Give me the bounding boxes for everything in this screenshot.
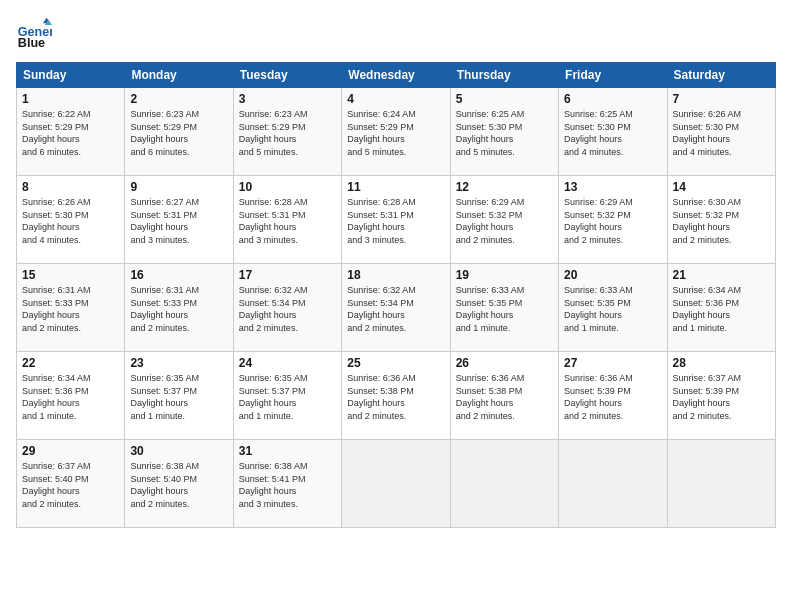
day-info: Sunrise: 6:22 AM Sunset: 5:29 PM Dayligh… <box>22 108 119 158</box>
day-number: 27 <box>564 356 661 370</box>
day-info: Sunrise: 6:28 AM Sunset: 5:31 PM Dayligh… <box>347 196 444 246</box>
day-number: 28 <box>673 356 770 370</box>
calendar-cell: 12 Sunrise: 6:29 AM Sunset: 5:32 PM Dayl… <box>450 176 558 264</box>
day-info: Sunrise: 6:24 AM Sunset: 5:29 PM Dayligh… <box>347 108 444 158</box>
day-number: 9 <box>130 180 227 194</box>
day-info: Sunrise: 6:23 AM Sunset: 5:29 PM Dayligh… <box>130 108 227 158</box>
day-number: 18 <box>347 268 444 282</box>
day-info: Sunrise: 6:35 AM Sunset: 5:37 PM Dayligh… <box>239 372 336 422</box>
day-number: 21 <box>673 268 770 282</box>
day-number: 8 <box>22 180 119 194</box>
day-info: Sunrise: 6:26 AM Sunset: 5:30 PM Dayligh… <box>22 196 119 246</box>
calendar-cell: 14 Sunrise: 6:30 AM Sunset: 5:32 PM Dayl… <box>667 176 775 264</box>
calendar-cell: 23 Sunrise: 6:35 AM Sunset: 5:37 PM Dayl… <box>125 352 233 440</box>
calendar-cell <box>667 440 775 528</box>
day-number: 25 <box>347 356 444 370</box>
day-info: Sunrise: 6:36 AM Sunset: 5:38 PM Dayligh… <box>347 372 444 422</box>
calendar-cell: 24 Sunrise: 6:35 AM Sunset: 5:37 PM Dayl… <box>233 352 341 440</box>
day-info: Sunrise: 6:34 AM Sunset: 5:36 PM Dayligh… <box>22 372 119 422</box>
calendar-table: SundayMondayTuesdayWednesdayThursdayFrid… <box>16 62 776 528</box>
day-number: 16 <box>130 268 227 282</box>
day-number: 24 <box>239 356 336 370</box>
day-info: Sunrise: 6:36 AM Sunset: 5:38 PM Dayligh… <box>456 372 553 422</box>
day-info: Sunrise: 6:25 AM Sunset: 5:30 PM Dayligh… <box>456 108 553 158</box>
day-info: Sunrise: 6:28 AM Sunset: 5:31 PM Dayligh… <box>239 196 336 246</box>
day-info: Sunrise: 6:29 AM Sunset: 5:32 PM Dayligh… <box>564 196 661 246</box>
day-number: 22 <box>22 356 119 370</box>
day-number: 12 <box>456 180 553 194</box>
calendar-cell: 22 Sunrise: 6:34 AM Sunset: 5:36 PM Dayl… <box>17 352 125 440</box>
calendar-cell: 27 Sunrise: 6:36 AM Sunset: 5:39 PM Dayl… <box>559 352 667 440</box>
svg-text:Blue: Blue <box>18 36 45 50</box>
day-number: 31 <box>239 444 336 458</box>
day-number: 13 <box>564 180 661 194</box>
day-number: 15 <box>22 268 119 282</box>
day-info: Sunrise: 6:35 AM Sunset: 5:37 PM Dayligh… <box>130 372 227 422</box>
calendar-cell: 17 Sunrise: 6:32 AM Sunset: 5:34 PM Dayl… <box>233 264 341 352</box>
logo: General Blue <box>16 16 52 52</box>
day-info: Sunrise: 6:25 AM Sunset: 5:30 PM Dayligh… <box>564 108 661 158</box>
calendar-cell: 2 Sunrise: 6:23 AM Sunset: 5:29 PM Dayli… <box>125 88 233 176</box>
calendar-cell: 15 Sunrise: 6:31 AM Sunset: 5:33 PM Dayl… <box>17 264 125 352</box>
day-info: Sunrise: 6:23 AM Sunset: 5:29 PM Dayligh… <box>239 108 336 158</box>
calendar-cell: 16 Sunrise: 6:31 AM Sunset: 5:33 PM Dayl… <box>125 264 233 352</box>
day-info: Sunrise: 6:29 AM Sunset: 5:32 PM Dayligh… <box>456 196 553 246</box>
day-info: Sunrise: 6:38 AM Sunset: 5:40 PM Dayligh… <box>130 460 227 510</box>
calendar-cell: 8 Sunrise: 6:26 AM Sunset: 5:30 PM Dayli… <box>17 176 125 264</box>
day-number: 26 <box>456 356 553 370</box>
calendar-cell: 6 Sunrise: 6:25 AM Sunset: 5:30 PM Dayli… <box>559 88 667 176</box>
calendar-cell <box>450 440 558 528</box>
calendar-cell: 10 Sunrise: 6:28 AM Sunset: 5:31 PM Dayl… <box>233 176 341 264</box>
day-info: Sunrise: 6:38 AM Sunset: 5:41 PM Dayligh… <box>239 460 336 510</box>
day-info: Sunrise: 6:32 AM Sunset: 5:34 PM Dayligh… <box>347 284 444 334</box>
day-number: 6 <box>564 92 661 106</box>
day-number: 7 <box>673 92 770 106</box>
calendar-header: General Blue <box>16 16 776 52</box>
day-number: 11 <box>347 180 444 194</box>
day-number: 20 <box>564 268 661 282</box>
day-info: Sunrise: 6:34 AM Sunset: 5:36 PM Dayligh… <box>673 284 770 334</box>
day-info: Sunrise: 6:37 AM Sunset: 5:40 PM Dayligh… <box>22 460 119 510</box>
day-number: 4 <box>347 92 444 106</box>
day-number: 5 <box>456 92 553 106</box>
calendar-cell: 31 Sunrise: 6:38 AM Sunset: 5:41 PM Dayl… <box>233 440 341 528</box>
calendar-cell: 28 Sunrise: 6:37 AM Sunset: 5:39 PM Dayl… <box>667 352 775 440</box>
calendar-cell: 18 Sunrise: 6:32 AM Sunset: 5:34 PM Dayl… <box>342 264 450 352</box>
calendar-cell: 1 Sunrise: 6:22 AM Sunset: 5:29 PM Dayli… <box>17 88 125 176</box>
day-info: Sunrise: 6:32 AM Sunset: 5:34 PM Dayligh… <box>239 284 336 334</box>
day-number: 19 <box>456 268 553 282</box>
calendar-cell: 20 Sunrise: 6:33 AM Sunset: 5:35 PM Dayl… <box>559 264 667 352</box>
day-number: 30 <box>130 444 227 458</box>
day-number: 10 <box>239 180 336 194</box>
day-info: Sunrise: 6:37 AM Sunset: 5:39 PM Dayligh… <box>673 372 770 422</box>
day-number: 1 <box>22 92 119 106</box>
calendar-cell: 9 Sunrise: 6:27 AM Sunset: 5:31 PM Dayli… <box>125 176 233 264</box>
day-info: Sunrise: 6:26 AM Sunset: 5:30 PM Dayligh… <box>673 108 770 158</box>
weekday-header-saturday: Saturday <box>667 63 775 88</box>
day-info: Sunrise: 6:30 AM Sunset: 5:32 PM Dayligh… <box>673 196 770 246</box>
day-info: Sunrise: 6:36 AM Sunset: 5:39 PM Dayligh… <box>564 372 661 422</box>
day-number: 3 <box>239 92 336 106</box>
calendar-cell: 29 Sunrise: 6:37 AM Sunset: 5:40 PM Dayl… <box>17 440 125 528</box>
day-number: 23 <box>130 356 227 370</box>
calendar-cell: 30 Sunrise: 6:38 AM Sunset: 5:40 PM Dayl… <box>125 440 233 528</box>
day-number: 14 <box>673 180 770 194</box>
calendar-cell <box>342 440 450 528</box>
calendar-cell: 4 Sunrise: 6:24 AM Sunset: 5:29 PM Dayli… <box>342 88 450 176</box>
weekday-header-monday: Monday <box>125 63 233 88</box>
day-info: Sunrise: 6:33 AM Sunset: 5:35 PM Dayligh… <box>564 284 661 334</box>
calendar-cell: 5 Sunrise: 6:25 AM Sunset: 5:30 PM Dayli… <box>450 88 558 176</box>
day-number: 17 <box>239 268 336 282</box>
calendar-cell: 11 Sunrise: 6:28 AM Sunset: 5:31 PM Dayl… <box>342 176 450 264</box>
calendar-cell: 13 Sunrise: 6:29 AM Sunset: 5:32 PM Dayl… <box>559 176 667 264</box>
calendar-cell: 3 Sunrise: 6:23 AM Sunset: 5:29 PM Dayli… <box>233 88 341 176</box>
logo-icon: General Blue <box>16 16 52 52</box>
weekday-header-sunday: Sunday <box>17 63 125 88</box>
day-info: Sunrise: 6:31 AM Sunset: 5:33 PM Dayligh… <box>22 284 119 334</box>
calendar-cell: 25 Sunrise: 6:36 AM Sunset: 5:38 PM Dayl… <box>342 352 450 440</box>
day-info: Sunrise: 6:31 AM Sunset: 5:33 PM Dayligh… <box>130 284 227 334</box>
weekday-header-tuesday: Tuesday <box>233 63 341 88</box>
calendar-cell <box>559 440 667 528</box>
calendar-cell: 26 Sunrise: 6:36 AM Sunset: 5:38 PM Dayl… <box>450 352 558 440</box>
weekday-header-friday: Friday <box>559 63 667 88</box>
